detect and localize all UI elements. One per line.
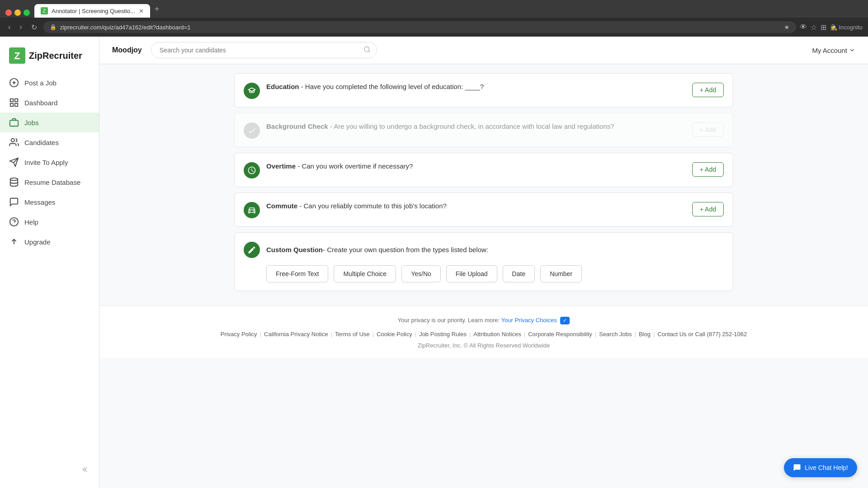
footer-link-job-posting[interactable]: Job Posting Rules (419, 331, 467, 338)
svg-point-13 (10, 178, 18, 181)
education-description: - Have you completed the following level… (299, 83, 484, 90)
type-number[interactable]: Number (540, 265, 582, 282)
background-check-question-text: Background Check - Are you willing to un… (266, 122, 686, 131)
footer-copyright: ZipRecruiter, Inc. © All Rights Reserved… (118, 342, 850, 349)
sidebar-logo: Z ZipRecruiter (0, 44, 99, 73)
sidebar-item-post-job-label: Post a Job (24, 79, 57, 87)
sidebar-item-help-label: Help (24, 218, 38, 226)
background-check-icon (244, 122, 260, 139)
sidebar-item-post-job[interactable]: Post a Job (0, 73, 99, 93)
sidebar-item-upgrade-label: Upgrade (24, 238, 51, 246)
new-tab-button[interactable]: + (151, 3, 163, 16)
chevron-down-icon (849, 47, 855, 53)
people-icon (9, 137, 19, 147)
sidebar-item-resume-database[interactable]: Resume Database (0, 172, 99, 192)
browser-tab[interactable]: Z Annotator | Screening Questio... ✕ (34, 4, 150, 18)
plus-circle-icon (9, 78, 19, 88)
footer-link-attribution[interactable]: Attribution Notices (473, 331, 521, 338)
commute-add-button[interactable]: + Add (692, 202, 724, 216)
type-yes-no[interactable]: Yes/No (401, 265, 441, 282)
sidebar-item-candidates[interactable]: Candidates (0, 132, 99, 152)
question-card-overtime: Overtime - Can you work overtime if nece… (234, 153, 733, 187)
overtime-icon (244, 162, 260, 178)
search-input[interactable] (151, 42, 377, 58)
type-multiple-choice[interactable]: Multiple Choice (334, 265, 396, 282)
questions-container: Education - Have you completed the follo… (222, 64, 746, 305)
main-area: Moodjoy My Account (99, 37, 868, 488)
live-chat-button[interactable]: Live Chat Help! (784, 458, 857, 477)
sidebar-navigation: Post a Job Dashboard Jobs Candidates (0, 73, 99, 458)
custom-question-title: Custom Question (266, 246, 323, 253)
my-account-label: My Account (812, 47, 847, 54)
footer-link-contact[interactable]: Contact Us or Call (877) 252-1062 (657, 331, 747, 338)
footer-link-cookie[interactable]: Cookie Policy (377, 331, 412, 338)
sidebar-item-messages[interactable]: Messages (0, 192, 99, 212)
privacy-choices-link[interactable]: Your Privacy Choices (501, 317, 559, 324)
footer-link-privacy-policy[interactable]: Privacy Policy (221, 331, 257, 338)
commute-title: Commute (266, 202, 297, 210)
type-file-upload[interactable]: File Upload (446, 265, 497, 282)
sidebar-collapse-button[interactable] (0, 458, 99, 481)
footer-links: Privacy Policy | California Privacy Noti… (118, 331, 850, 338)
browser-address-bar-row: ‹ › ↻ 🔒 ziprecruiter.com/quiz/ad47a162/e… (0, 18, 868, 37)
sidebar-item-invite-to-apply[interactable]: Invite To Apply (0, 152, 99, 172)
extensions-icon: ⊞ (821, 23, 826, 32)
custom-question-types: Free-Form Text Multiple Choice Yes/No Fi… (244, 265, 724, 282)
type-date[interactable]: Date (503, 265, 535, 282)
sidebar-item-help[interactable]: Help (0, 212, 99, 232)
svg-rect-8 (15, 103, 18, 106)
briefcase-icon (9, 117, 19, 127)
forward-button[interactable]: › (17, 22, 24, 32)
background-check-add-label: + Add (700, 126, 716, 133)
candidate-search (151, 42, 377, 58)
sidebar-item-dashboard[interactable]: Dashboard (0, 93, 99, 113)
url-text: ziprecruiter.com/quiz/ad47a162/edit?dash… (60, 24, 780, 31)
page-footer: Your privacy is our priority. Learn more… (99, 305, 868, 358)
address-bar[interactable]: 🔒 ziprecruiter.com/quiz/ad47a162/edit?da… (43, 21, 796, 33)
svg-point-19 (250, 211, 251, 212)
privacy-notice: Your privacy is our priority. Learn more… (118, 317, 850, 324)
type-free-form-text[interactable]: Free-Form Text (266, 265, 328, 282)
sidebar-item-dashboard-label: Dashboard (24, 99, 57, 107)
svg-line-18 (368, 51, 370, 52)
commute-question-text: Commute - Can you reliably commute to th… (266, 201, 686, 211)
commute-description: - Can you reliably commute to this job's… (297, 202, 447, 210)
footer-link-terms[interactable]: Terms of Use (335, 331, 370, 338)
question-card-education: Education - Have you completed the follo… (234, 73, 733, 108)
overtime-add-button[interactable]: + Add (692, 162, 724, 177)
footer-link-corporate[interactable]: Corporate Responsibility (528, 331, 592, 338)
browser-close[interactable] (5, 9, 12, 16)
tab-close-icon[interactable]: ✕ (139, 8, 144, 14)
question-card-background-check: Background Check - Are you willing to un… (234, 113, 733, 147)
chevron-left-icon (82, 465, 90, 474)
svg-rect-5 (10, 99, 13, 102)
footer-link-search-jobs[interactable]: Search Jobs (599, 331, 632, 338)
upgrade-icon (9, 237, 19, 247)
browser-maximize[interactable] (24, 9, 30, 16)
ziprecruiter-logo-icon: Z (9, 47, 25, 64)
footer-link-california-privacy[interactable]: California Privacy Notice (264, 331, 328, 338)
sidebar-item-jobs-label: Jobs (24, 119, 39, 127)
footer-link-blog[interactable]: Blog (639, 331, 651, 338)
background-check-description: - Are you willing to undergo a backgroun… (328, 122, 614, 130)
custom-question-icon (244, 242, 260, 258)
education-title: Education (266, 83, 299, 90)
browser-action-icons: 👁 ☆ ⊞ 🕵 Incognito (800, 23, 863, 32)
overtime-question-text: Overtime - Can you work overtime if nece… (266, 161, 686, 171)
app-container: Z ZipRecruiter Post a Job Dashboard (0, 37, 868, 488)
database-icon (9, 177, 19, 187)
my-account-button[interactable]: My Account (812, 47, 855, 54)
reload-button[interactable]: ↻ (28, 22, 40, 33)
commute-icon (244, 202, 260, 218)
privacy-text: Your privacy is our priority. Learn more… (398, 317, 500, 324)
custom-question-description: - Create your own question from the type… (323, 246, 488, 253)
back-button[interactable]: ‹ (5, 22, 13, 32)
custom-question-text: Custom Question- Create your own questio… (266, 245, 724, 254)
question-card-commute: Commute - Can you reliably commute to th… (234, 192, 733, 227)
browser-minimize[interactable] (14, 9, 21, 16)
sidebar-item-messages-label: Messages (24, 198, 55, 206)
sidebar-item-jobs[interactable]: Jobs (0, 113, 99, 132)
svg-text:Z: Z (14, 50, 20, 61)
sidebar-item-upgrade[interactable]: Upgrade (0, 232, 99, 252)
education-add-button[interactable]: + Add (692, 83, 724, 97)
